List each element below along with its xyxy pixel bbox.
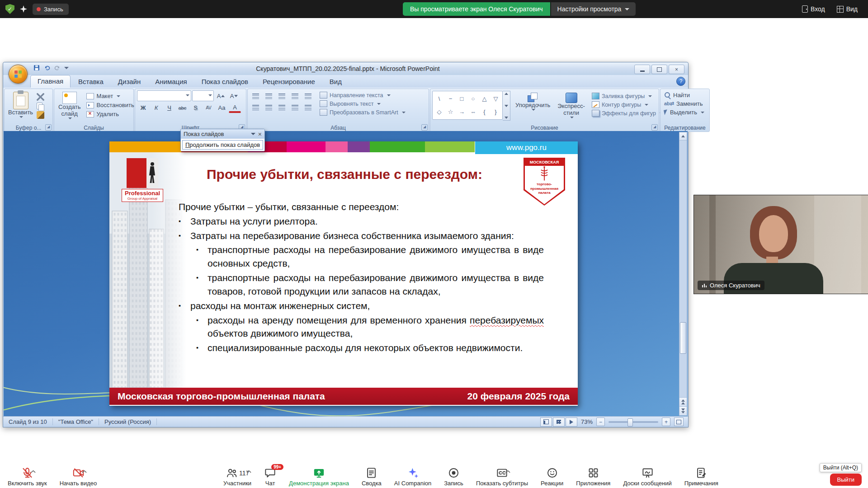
align-center-button[interactable]: [263, 102, 275, 113]
toolbar-captions-button[interactable]: Показать субтитры: [473, 466, 531, 487]
participant-video-tile[interactable]: Олеся Скуратович: [693, 195, 868, 294]
decrease-indent-button[interactable]: [276, 91, 288, 101]
ppt-tab-7[interactable]: Вид: [323, 76, 349, 88]
close-button[interactable]: ×: [669, 65, 684, 74]
zoom-slider[interactable]: [609, 421, 658, 423]
shape-glyph-3[interactable]: □: [456, 92, 467, 105]
bold-button[interactable]: Ж: [137, 103, 149, 113]
bullets-button[interactable]: [250, 91, 262, 101]
scrollbar-thumb[interactable]: [680, 322, 686, 354]
shape-fill-button[interactable]: Заливка фигуры: [590, 92, 665, 100]
sparkle-icon[interactable]: [20, 5, 27, 13]
cut-icon[interactable]: [37, 93, 44, 101]
line-spacing-button[interactable]: [302, 91, 314, 101]
view-settings-button[interactable]: Настройки просмотра: [551, 2, 636, 16]
resume-slideshow-button[interactable]: Продолжить показ слайдов: [182, 140, 263, 150]
toolbar-record-button[interactable]: Запись: [441, 466, 467, 487]
zoom-in-button[interactable]: +: [662, 418, 670, 426]
redo-icon[interactable]: [54, 64, 61, 71]
numbering-button[interactable]: [263, 91, 275, 101]
toolbar-notes-button[interactable]: Примечания: [681, 466, 722, 487]
zoom-out-button[interactable]: −: [596, 418, 605, 426]
zoom-slider-thumb[interactable]: [627, 418, 633, 427]
video-off-menu-chevron[interactable]: [81, 467, 87, 471]
shape-outline-button[interactable]: Контур фигуры: [590, 101, 665, 108]
security-shield-icon[interactable]: ✓: [5, 4, 14, 14]
copy-icon[interactable]: [37, 103, 42, 109]
participants-menu-chevron[interactable]: [246, 467, 252, 471]
change-case-button[interactable]: Аа: [216, 103, 228, 113]
slideshow-popup-titlebar[interactable]: Показ слайдов ×: [181, 129, 264, 139]
align-text-button[interactable]: Выровнять текст: [318, 100, 407, 108]
strikethrough-button[interactable]: abc: [176, 103, 189, 113]
ppt-tab-2[interactable]: Вставка: [71, 76, 110, 88]
grow-font-button[interactable]: А: [215, 91, 227, 101]
previous-slide-button[interactable]: [679, 397, 687, 406]
shape-glyph-5[interactable]: △: [479, 92, 490, 105]
slide-canvas[interactable]: www.pgo.ru Professional Group of Apprais…: [109, 141, 578, 406]
shape-glyph-11[interactable]: {: [479, 105, 490, 118]
normal-view-button[interactable]: [540, 418, 552, 427]
character-spacing-button[interactable]: AV: [203, 103, 215, 113]
toolbar-reactions-button[interactable]: Реакции: [538, 466, 566, 487]
layout-button[interactable]: Макет: [85, 92, 136, 100]
columns-button[interactable]: [302, 102, 314, 113]
toolbar-mic-off-button[interactable]: Включить звук: [5, 466, 50, 487]
shape-glyph-2[interactable]: −: [445, 92, 456, 105]
toolbar-participants-button[interactable]: 117Участники: [220, 466, 255, 487]
ppt-tab-1[interactable]: Главная: [30, 75, 71, 88]
chevron-down-icon[interactable]: [251, 133, 255, 135]
shape-glyph-7[interactable]: ◇: [434, 105, 445, 118]
shape-glyph-9[interactable]: →: [456, 105, 467, 118]
find-button[interactable]: Найти: [662, 91, 708, 99]
shrink-font-button[interactable]: А: [228, 91, 240, 101]
save-icon[interactable]: [33, 64, 40, 71]
mic-off-menu-chevron[interactable]: [30, 467, 36, 471]
login-button[interactable]: Вход: [798, 3, 829, 15]
language-indicator[interactable]: Русский (Россия): [99, 418, 157, 425]
shape-glyph-4[interactable]: ○: [467, 92, 479, 105]
slide-sorter-button[interactable]: [553, 418, 565, 427]
minimize-button[interactable]: [634, 65, 650, 74]
view-button[interactable]: Вид: [833, 3, 862, 15]
fit-to-window-button[interactable]: [674, 418, 684, 426]
align-left-button[interactable]: [250, 102, 262, 113]
select-button[interactable]: Выделить: [662, 108, 708, 117]
toolbar-ai-button[interactable]: AI Companion: [391, 466, 434, 487]
maximize-button[interactable]: [651, 65, 667, 74]
toolbar-video-off-button[interactable]: Начать видео: [57, 466, 100, 487]
qat-customize-icon[interactable]: [64, 67, 69, 69]
justify-button[interactable]: [289, 102, 301, 113]
help-button[interactable]: ?: [676, 77, 685, 86]
shape-glyph-12[interactable]: }: [490, 105, 501, 118]
reset-button[interactable]: Восстановить: [85, 101, 136, 109]
paragraph-dialog-launcher[interactable]: ◢: [421, 124, 428, 131]
arrange-button[interactable]: Упорядочить: [513, 91, 552, 130]
shape-glyph-6[interactable]: ▽: [490, 92, 501, 105]
shape-glyph-10[interactable]: ⇔: [467, 105, 479, 118]
shape-glyph-8[interactable]: ☆: [445, 105, 456, 118]
toolbar-share-button[interactable]: Демонстрация экрана: [286, 466, 352, 487]
text-direction-button[interactable]: Направление текста: [318, 91, 407, 99]
toolbar-apps-button[interactable]: Приложения: [573, 466, 613, 487]
increase-indent-button[interactable]: [289, 91, 301, 101]
toolbar-summary-button[interactable]: Сводка: [359, 466, 385, 487]
shape-effects-button[interactable]: Эффекты для фигур: [590, 109, 665, 117]
font-color-button[interactable]: А: [229, 103, 241, 113]
slideshow-view-button[interactable]: [566, 418, 577, 427]
convert-smartart-button[interactable]: Преобразовать в SmartArt: [318, 108, 407, 116]
underline-button[interactable]: Ч: [163, 103, 175, 113]
text-shadow-button[interactable]: S: [189, 103, 202, 113]
font-size-combo[interactable]: [192, 90, 214, 101]
scroll-up-button[interactable]: [679, 132, 687, 141]
drawing-dialog-launcher[interactable]: ◢: [651, 124, 658, 131]
ppt-tab-4[interactable]: Анимация: [148, 76, 193, 88]
undo-icon[interactable]: [43, 64, 51, 71]
next-slide-button[interactable]: [679, 406, 687, 415]
captions-menu-chevron[interactable]: [505, 467, 511, 471]
font-name-combo[interactable]: [137, 90, 191, 101]
shapes-gallery-scrollbar[interactable]: [503, 91, 510, 121]
ppt-tab-5[interactable]: Показ слайдов: [195, 76, 255, 88]
ppt-title-bar[interactable]: Скуратович_МТПП_20.02.2025-final.pptx - …: [3, 62, 688, 75]
delete-button[interactable]: Удалить: [85, 110, 136, 118]
